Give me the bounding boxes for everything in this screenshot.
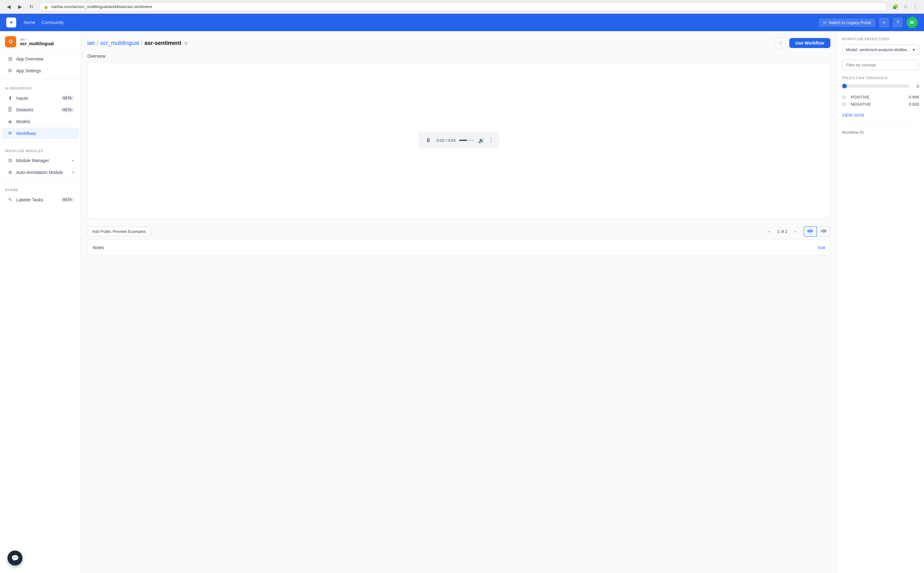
- models-icon: ◈: [7, 119, 13, 124]
- sidebar-label-app-settings: App Settings: [16, 68, 41, 73]
- threshold-row: 0: [842, 83, 919, 89]
- view-json-link[interactable]: VIEW JSON: [842, 113, 864, 117]
- switch-icon: ↩: [823, 20, 827, 25]
- prediction-label-positive: POSITIVE: [851, 95, 906, 99]
- model-dropdown-text: Model: sentiment-analysis-distilbe...: [846, 47, 913, 52]
- add-preview-examples-button[interactable]: Add Public Preview Examples: [87, 227, 151, 236]
- breadcrumb-current: asr-sentiment: [144, 40, 181, 47]
- app-overview-icon: ⊞: [7, 56, 13, 62]
- view-waveform-button[interactable]: [803, 226, 817, 236]
- url-text: clarifai.com/ian/ocr_multilingual/workfl…: [51, 5, 152, 9]
- breadcrumb-row: ian / ocr_multilingual / asr-sentiment ⧉…: [87, 38, 830, 49]
- breadcrumb-app[interactable]: ocr_multilingual: [100, 40, 139, 47]
- star-button[interactable]: ☆: [775, 38, 786, 49]
- sidebar-item-app-settings[interactable]: ⚙ App Settings: [2, 65, 79, 77]
- prediction-row-1: 01 POSITIVE 0.999: [842, 95, 919, 99]
- header-right: ↩ Switch to Legacy Portal ＋ ？ IK: [819, 17, 918, 28]
- play-pause-button[interactable]: ⏸: [424, 136, 433, 145]
- breadcrumb-sep-2: /: [141, 40, 143, 47]
- plus-button[interactable]: ＋: [879, 17, 889, 27]
- preview-card: ⏸ 0:02 / 0:04 🔊 ⋮: [87, 63, 830, 218]
- forward-button[interactable]: ▶: [16, 3, 24, 11]
- sidebar-user[interactable]: O ian / ocr_multilingual: [0, 31, 81, 53]
- main-content: ian / ocr_multilingual / asr-sentiment ⧉…: [81, 31, 837, 573]
- sidebar-item-module-manager[interactable]: ⧉ Module Manager ▾: [2, 155, 79, 166]
- right-panel: WORKFLOW PREDICTIONS Model: sentiment-an…: [837, 31, 924, 573]
- sidebar-item-inputs[interactable]: ⬇ Inputs BETA: [2, 92, 79, 104]
- time-display: 0:02 / 0:04: [436, 138, 455, 143]
- divider-2: [0, 141, 81, 142]
- sidebar-item-labeler-tasks[interactable]: ✎ Labeler Tasks BETA: [2, 194, 79, 205]
- sidebar-item-datasets[interactable]: 🗄 Datasets BETA: [2, 104, 79, 115]
- sidebar-item-models[interactable]: ◈ Models: [2, 116, 79, 127]
- model-dropdown[interactable]: Model: sentiment-analysis-distilbe... ▾: [842, 45, 919, 55]
- prediction-num-2: 02: [842, 102, 848, 106]
- workflow-predictions-label: WORKFLOW PREDICTIONS: [842, 38, 919, 41]
- browser-bar: ◀ ▶ ↻ 🔒 clarifai.com/ian/ocr_multilingua…: [0, 0, 924, 14]
- sidebar-item-workflows[interactable]: ⟳ Workflows: [2, 127, 79, 139]
- use-workflow-button[interactable]: Use Workflow: [789, 38, 830, 48]
- help-button[interactable]: ？: [893, 17, 903, 27]
- user-avatar-button[interactable]: IK: [907, 17, 918, 28]
- module-manager-chevron: ▾: [72, 158, 74, 163]
- preview-controls: Add Public Preview Examples ← 1 of 2 →: [87, 223, 830, 240]
- prediction-label-negative: NEGATIVE: [851, 102, 906, 106]
- divider-3: [0, 180, 81, 181]
- more-icon: ⋮: [488, 137, 494, 143]
- browser-actions: 🧩 ☆ ⋮: [891, 3, 919, 11]
- edit-notes-link[interactable]: Edit: [818, 245, 825, 250]
- notes-label: Notes: [93, 245, 104, 250]
- breadcrumb-actions: ☆ Use Workflow: [775, 38, 830, 49]
- module-manager-icon: ⧉: [7, 158, 13, 163]
- sidebar-item-auto-annotation[interactable]: ⊕ Auto-Annotation Module ▾: [2, 166, 79, 178]
- more-options-button[interactable]: ⋮: [488, 137, 494, 144]
- copy-icon[interactable]: ⧉: [184, 41, 187, 46]
- sidebar-label-workflows: Workflows: [16, 131, 36, 136]
- app-settings-icon: ⚙: [7, 68, 13, 74]
- chat-icon: 💬: [11, 554, 19, 562]
- waveform-icon: [807, 229, 813, 235]
- volume-button[interactable]: 🔊: [478, 138, 485, 143]
- datasets-badge: BETA: [61, 108, 74, 112]
- sidebar-label-app-overview: App Overview: [16, 56, 43, 61]
- labeler-tasks-icon: ✎: [7, 197, 13, 203]
- back-button[interactable]: ◀: [5, 3, 13, 11]
- auto-annotation-chevron: ▾: [72, 170, 74, 175]
- main-layout: O ian / ocr_multilingual ⊞ App Overview …: [0, 31, 924, 573]
- bookmark-button[interactable]: ☆: [902, 3, 909, 11]
- sidebar-user-avatar: O: [5, 36, 16, 47]
- notes-section: Notes Edit: [87, 240, 830, 255]
- breadcrumb-org[interactable]: ian: [87, 40, 95, 47]
- pagination: ← 1 of 2 →: [765, 228, 800, 236]
- reload-button[interactable]: ↻: [27, 3, 35, 11]
- extensions-button[interactable]: 🧩: [891, 3, 900, 11]
- menu-button[interactable]: ⋮: [911, 3, 919, 11]
- breadcrumb: ian / ocr_multilingual / asr-sentiment ⧉: [87, 40, 187, 47]
- app-nav: Home Community: [24, 20, 64, 25]
- threshold-value: 0: [913, 84, 919, 89]
- nav-community[interactable]: Community: [41, 20, 64, 25]
- section-ai-resources: AI RESOURCES: [0, 82, 81, 92]
- progress-fill: [459, 140, 467, 141]
- view-grid-button[interactable]: [817, 226, 830, 236]
- sidebar-item-app-overview[interactable]: ⊞ App Overview: [2, 53, 79, 64]
- prev-page-button[interactable]: ←: [765, 228, 775, 236]
- app-logo[interactable]: ✦: [6, 17, 16, 27]
- url-bar[interactable]: 🔒 clarifai.com/ian/ocr_multilingual/work…: [39, 3, 887, 11]
- section-installed-modules: INSTALLED MODULES: [0, 144, 81, 155]
- nav-home[interactable]: Home: [24, 20, 35, 25]
- workflow-id-section: Workflow ID: [842, 124, 919, 135]
- inputs-badge: BETA: [61, 96, 74, 100]
- sidebar-user-info: ian / ocr_multilingual: [20, 38, 54, 46]
- next-page-button[interactable]: →: [790, 228, 800, 236]
- progress-bar[interactable]: [459, 140, 474, 141]
- prediction-row-2: 02 NEGATIVE 0.000: [842, 102, 919, 106]
- threshold-slider[interactable]: [842, 83, 909, 89]
- inputs-icon: ⬇: [7, 95, 13, 101]
- chat-bubble-button[interactable]: 💬: [8, 551, 22, 565]
- switch-legacy-button[interactable]: ↩ Switch to Legacy Portal: [819, 19, 875, 27]
- sidebar-label-datasets: Datasets: [16, 107, 33, 112]
- prediction-num-1: 01: [842, 95, 848, 99]
- filter-by-concept-input[interactable]: [842, 60, 919, 70]
- workflows-icon: ⟳: [7, 130, 13, 136]
